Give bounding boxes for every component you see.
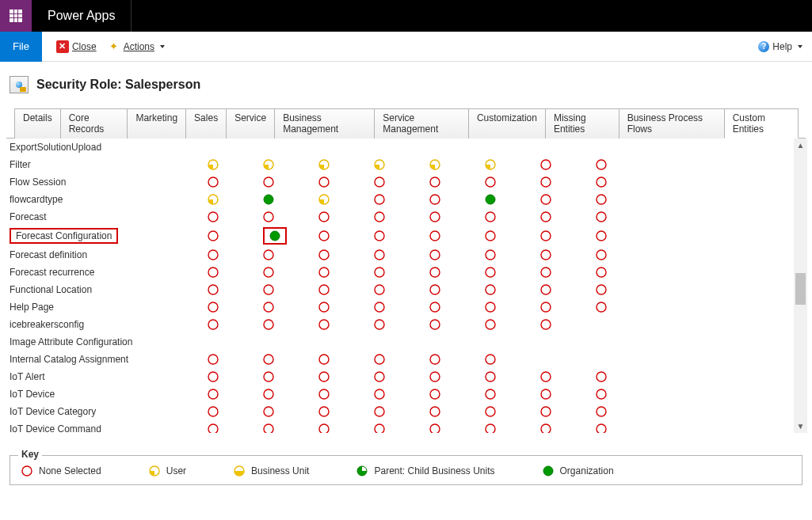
permission-cell[interactable] xyxy=(204,403,260,420)
permission-cell[interactable] xyxy=(593,385,648,403)
tab-business-process-flows[interactable]: Business Process Flows xyxy=(619,108,725,139)
permission-cell[interactable] xyxy=(537,368,593,385)
permission-cell[interactable] xyxy=(593,173,648,191)
tab-core-records[interactable]: Core Records xyxy=(60,108,128,139)
permission-cell[interactable] xyxy=(537,316,593,333)
permission-cell[interactable] xyxy=(371,208,426,226)
permission-cell[interactable] xyxy=(426,281,482,298)
permission-cell[interactable] xyxy=(371,298,426,316)
permission-cell[interactable] xyxy=(204,139,260,156)
help-link[interactable]: ? Help xyxy=(758,41,812,52)
permission-cell[interactable] xyxy=(537,246,593,264)
permission-cell[interactable] xyxy=(204,156,260,173)
scrollbar-up[interactable]: ▲ xyxy=(794,139,807,152)
permission-cell[interactable] xyxy=(371,226,426,246)
permission-cell[interactable] xyxy=(371,281,426,298)
permission-cell[interactable] xyxy=(537,226,593,246)
permission-cell[interactable] xyxy=(371,316,426,333)
permission-cell[interactable] xyxy=(593,208,648,226)
permission-cell[interactable] xyxy=(204,351,260,368)
permission-cell[interactable] xyxy=(260,208,315,226)
permission-cell[interactable] xyxy=(482,368,537,385)
permission-cell[interactable] xyxy=(315,403,371,420)
permission-cell[interactable] xyxy=(426,316,482,333)
tab-sales[interactable]: Sales xyxy=(185,108,227,139)
permission-cell[interactable] xyxy=(593,281,648,298)
permission-cell[interactable] xyxy=(315,385,371,403)
permission-cell[interactable] xyxy=(482,191,537,208)
permission-cell[interactable] xyxy=(482,246,537,264)
permission-cell[interactable] xyxy=(426,208,482,226)
permission-cell[interactable] xyxy=(260,191,315,208)
permission-cell[interactable] xyxy=(260,316,315,333)
permission-cell[interactable] xyxy=(482,385,537,403)
permission-cell[interactable] xyxy=(315,226,371,246)
permission-cell[interactable] xyxy=(260,368,315,385)
permission-cell[interactable] xyxy=(426,246,482,264)
permission-cell[interactable] xyxy=(204,173,260,191)
permission-cell[interactable] xyxy=(482,139,537,156)
permission-cell[interactable] xyxy=(315,298,371,316)
scrollbar-thumb[interactable] xyxy=(795,273,806,305)
permission-cell[interactable] xyxy=(482,333,537,351)
permission-cell[interactable] xyxy=(537,191,593,208)
permission-cell[interactable] xyxy=(260,281,315,298)
permission-cell[interactable] xyxy=(426,139,482,156)
vertical-scrollbar[interactable]: ▲ ▼ xyxy=(794,139,807,433)
permission-cell[interactable] xyxy=(204,316,260,333)
permission-cell[interactable] xyxy=(426,173,482,191)
tab-customization[interactable]: Customization xyxy=(468,108,546,139)
close-button[interactable]: ✕ Close xyxy=(50,32,103,62)
permission-cell[interactable] xyxy=(260,264,315,281)
permission-cell[interactable] xyxy=(537,333,593,351)
app-launcher[interactable] xyxy=(0,0,32,32)
permission-cell[interactable] xyxy=(315,191,371,208)
permission-cell[interactable] xyxy=(537,139,593,156)
permission-cell[interactable] xyxy=(371,385,426,403)
permission-cell[interactable] xyxy=(537,403,593,420)
permission-cell[interactable] xyxy=(260,333,315,351)
permission-cell[interactable] xyxy=(482,156,537,173)
permission-cell[interactable] xyxy=(426,191,482,208)
permission-cell[interactable] xyxy=(426,351,482,368)
permission-cell[interactable] xyxy=(204,264,260,281)
permission-cell[interactable] xyxy=(482,264,537,281)
permission-cell[interactable] xyxy=(426,264,482,281)
permission-cell[interactable] xyxy=(371,173,426,191)
permission-cell[interactable] xyxy=(426,403,482,420)
permission-cell[interactable] xyxy=(593,316,648,333)
permission-cell[interactable] xyxy=(260,246,315,264)
permission-cell[interactable] xyxy=(537,264,593,281)
permission-cell[interactable] xyxy=(371,403,426,420)
permission-cell[interactable] xyxy=(482,298,537,316)
permission-cell[interactable] xyxy=(315,281,371,298)
permission-cell[interactable] xyxy=(260,403,315,420)
permission-cell[interactable] xyxy=(204,420,260,433)
permission-cell[interactable] xyxy=(537,208,593,226)
permission-cell[interactable] xyxy=(315,264,371,281)
permission-cell[interactable] xyxy=(593,226,648,246)
permission-cell[interactable] xyxy=(260,156,315,173)
permission-cell[interactable] xyxy=(260,298,315,316)
permission-cell[interactable] xyxy=(537,156,593,173)
permission-cell[interactable] xyxy=(482,351,537,368)
permission-cell[interactable] xyxy=(371,139,426,156)
permission-cell[interactable] xyxy=(204,298,260,316)
permission-cell[interactable] xyxy=(371,246,426,264)
permission-cell[interactable] xyxy=(482,316,537,333)
permission-cell[interactable] xyxy=(371,351,426,368)
permission-cell[interactable] xyxy=(260,139,315,156)
tab-marketing[interactable]: Marketing xyxy=(127,108,186,139)
permission-cell[interactable] xyxy=(426,333,482,351)
permission-cell[interactable] xyxy=(315,420,371,433)
permission-cell[interactable] xyxy=(593,298,648,316)
permission-cell[interactable] xyxy=(426,298,482,316)
permission-cell[interactable] xyxy=(593,420,648,433)
permission-cell[interactable] xyxy=(204,281,260,298)
permission-cell[interactable] xyxy=(482,226,537,246)
permission-cell[interactable] xyxy=(426,156,482,173)
permission-cell[interactable] xyxy=(593,333,648,351)
tab-service[interactable]: Service xyxy=(226,108,275,139)
permission-cell[interactable] xyxy=(593,191,648,208)
permission-cell[interactable] xyxy=(537,385,593,403)
